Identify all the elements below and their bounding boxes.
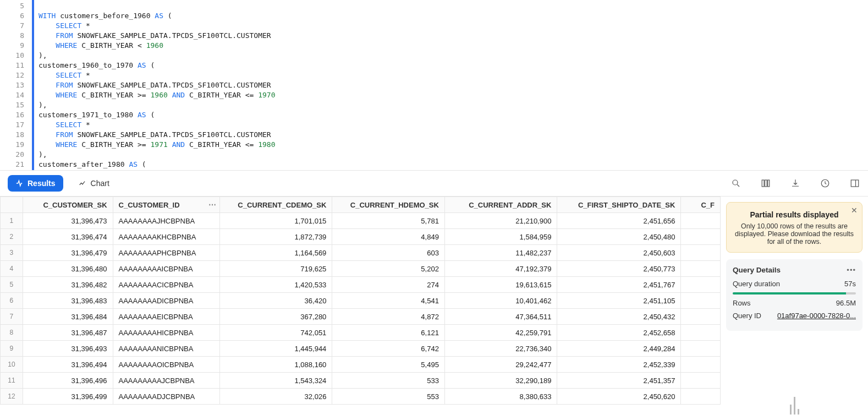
cell[interactable]: 1,543,324	[219, 373, 332, 389]
cell[interactable]: 31,396,499	[23, 389, 113, 405]
more-icon[interactable]: •••	[847, 266, 856, 274]
cell[interactable]	[681, 341, 721, 357]
cell[interactable]	[681, 309, 721, 325]
results-grid[interactable]: C_CUSTOMER_SKC_CUSTOMER_ID⋯C_CURRENT_CDE…	[0, 197, 721, 420]
cell[interactable]: 21,210,900	[444, 213, 557, 229]
cell[interactable]: 4,872	[332, 309, 445, 325]
cell[interactable]: AAAAAAAAOICBPNBA	[113, 357, 219, 373]
cell[interactable]: 1,088,160	[219, 357, 332, 373]
cell[interactable]: AAAAAAAANICBPNBA	[113, 341, 219, 357]
cell[interactable]: 2,451,767	[557, 277, 681, 293]
col-header[interactable]: C_CUSTOMER_SK	[23, 197, 113, 213]
cell[interactable]: 31,396,494	[23, 357, 113, 373]
cell[interactable]: 367,280	[219, 309, 332, 325]
cell[interactable]: 5,202	[332, 261, 445, 277]
cell[interactable]: 32,026	[219, 389, 332, 405]
cell[interactable]: 31,396,479	[23, 245, 113, 261]
cell[interactable]: 22,736,340	[444, 341, 557, 357]
cell[interactable]: 2,451,357	[557, 373, 681, 389]
close-icon[interactable]: ✕	[851, 206, 858, 215]
cell[interactable]	[681, 389, 721, 405]
cell[interactable]: 719,625	[219, 261, 332, 277]
cell[interactable]: 31,396,493	[23, 341, 113, 357]
cell[interactable]: AAAAAAAAJHCBPNBA	[113, 213, 219, 229]
cell[interactable]: AAAAAAAADICBPNBA	[113, 293, 219, 309]
cell[interactable]: 1,420,533	[219, 277, 332, 293]
cell[interactable]	[681, 277, 721, 293]
cell[interactable]: 31,396,496	[23, 373, 113, 389]
cell[interactable]: AAAAAAAAKHCBPNBA	[113, 229, 219, 245]
cell[interactable]: 1,164,569	[219, 245, 332, 261]
cell[interactable]: 47,192,379	[444, 261, 557, 277]
cell[interactable]: 31,396,483	[23, 293, 113, 309]
cell[interactable]	[681, 373, 721, 389]
cell[interactable]: 31,396,482	[23, 277, 113, 293]
columns-icon[interactable]	[760, 178, 771, 189]
cell[interactable]: 1,584,959	[444, 229, 557, 245]
cell[interactable]: 2,449,284	[557, 341, 681, 357]
cell[interactable]: 8,380,633	[444, 389, 557, 405]
cell[interactable]: 10,401,462	[444, 293, 557, 309]
cell[interactable]: 533	[332, 373, 445, 389]
cell[interactable]: AAAAAAAADJCBPNBA	[113, 389, 219, 405]
cell[interactable]	[681, 357, 721, 373]
chart-tab[interactable]: Chart	[73, 176, 115, 191]
cell[interactable]: 2,451,656	[557, 213, 681, 229]
cell[interactable]: 31,396,474	[23, 229, 113, 245]
cell[interactable]	[681, 261, 721, 277]
col-header[interactable]: C_CURRENT_CDEMO_SK	[219, 197, 332, 213]
cell[interactable]: AAAAAAAAAJCBPNBA	[113, 373, 219, 389]
cell[interactable]: 553	[332, 389, 445, 405]
search-icon[interactable]	[730, 178, 741, 189]
cell[interactable]: 1,701,015	[219, 213, 332, 229]
cell[interactable]: 6,742	[332, 341, 445, 357]
cell[interactable]: 32,290,189	[444, 373, 557, 389]
cell[interactable]: 274	[332, 277, 445, 293]
cell[interactable]: 6,121	[332, 325, 445, 341]
download-icon[interactable]	[790, 178, 801, 189]
cell[interactable]: 2,452,339	[557, 357, 681, 373]
cell[interactable]: AAAAAAAAHICBPNBA	[113, 325, 219, 341]
col-header[interactable]: C_F	[681, 197, 721, 213]
cell[interactable]: 1,445,944	[219, 341, 332, 357]
col-header[interactable]: C_CURRENT_ADDR_SK	[444, 197, 557, 213]
cell[interactable]	[681, 293, 721, 309]
cell[interactable]: AAAAAAAAAICBPNBA	[113, 261, 219, 277]
col-header[interactable]: C_CURRENT_HDEMO_SK	[332, 197, 445, 213]
cell[interactable]: 4,541	[332, 293, 445, 309]
cell[interactable]: 4,849	[332, 229, 445, 245]
cell[interactable]	[681, 325, 721, 341]
col-header[interactable]: C_CUSTOMER_ID⋯	[113, 197, 219, 213]
cell[interactable]: 31,396,480	[23, 261, 113, 277]
cell[interactable]: 11,482,237	[444, 245, 557, 261]
cell[interactable]: 2,452,658	[557, 325, 681, 341]
cell[interactable]: 2,450,603	[557, 245, 681, 261]
results-tab[interactable]: Results	[8, 175, 63, 192]
cell[interactable]: 2,451,105	[557, 293, 681, 309]
cell[interactable]: 31,396,473	[23, 213, 113, 229]
cell[interactable]: AAAAAAAAEICBPNBA	[113, 309, 219, 325]
cell[interactable]: 47,364,511	[444, 309, 557, 325]
cell[interactable]: 603	[332, 245, 445, 261]
cell[interactable]: 742,051	[219, 325, 332, 341]
cell[interactable]	[681, 229, 721, 245]
cell[interactable]	[681, 213, 721, 229]
history-icon[interactable]	[820, 178, 831, 189]
cell[interactable]: AAAAAAAACICBPNBA	[113, 277, 219, 293]
cell[interactable]: 2,450,432	[557, 309, 681, 325]
query-id-link[interactable]: 01af97ae-0000-7828-0...	[777, 312, 856, 320]
cell[interactable]: 5,495	[332, 357, 445, 373]
cell[interactable]: 31,396,487	[23, 325, 113, 341]
cell[interactable]: AAAAAAAAPHCBPNBA	[113, 245, 219, 261]
cell[interactable]	[681, 245, 721, 261]
cell[interactable]: 19,613,615	[444, 277, 557, 293]
cell[interactable]: 2,450,773	[557, 261, 681, 277]
col-header[interactable]: C_FIRST_SHIPTO_DATE_SK	[557, 197, 681, 213]
cell[interactable]: 31,396,484	[23, 309, 113, 325]
cell[interactable]: 1,872,739	[219, 229, 332, 245]
cell[interactable]: 29,242,477	[444, 357, 557, 373]
cell[interactable]: 5,781	[332, 213, 445, 229]
code-content[interactable]: WITH customers_before_1960 AS ( SELECT *…	[39, 0, 276, 170]
cell[interactable]: 2,450,480	[557, 229, 681, 245]
cell[interactable]: 36,420	[219, 293, 332, 309]
